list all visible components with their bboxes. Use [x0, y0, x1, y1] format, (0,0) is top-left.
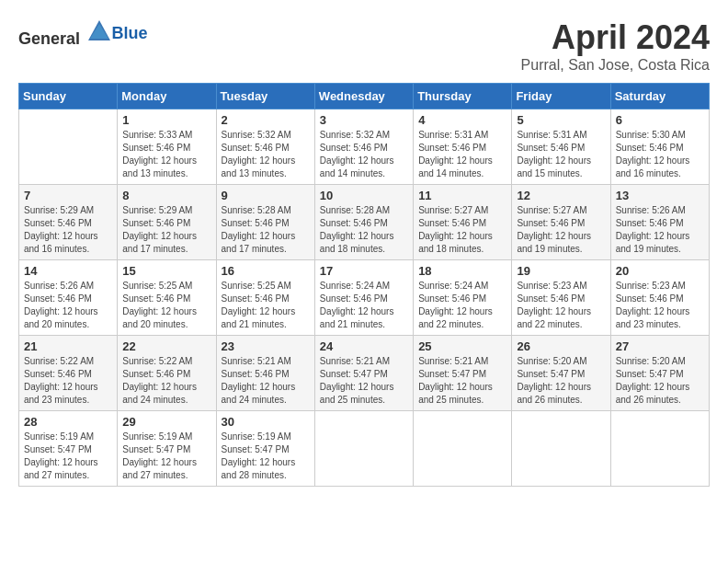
- calendar-cell: 13 Sunrise: 5:26 AMSunset: 5:46 PMDaylig…: [610, 185, 709, 260]
- day-info: Sunrise: 5:21 AMSunset: 5:47 PMDaylight:…: [418, 356, 493, 405]
- calendar-cell: 22 Sunrise: 5:22 AMSunset: 5:46 PMDaylig…: [118, 336, 216, 411]
- day-info: Sunrise: 5:21 AMSunset: 5:47 PMDaylight:…: [320, 356, 394, 405]
- calendar-cell: 2 Sunrise: 5:32 AMSunset: 5:46 PMDayligh…: [216, 109, 314, 185]
- calendar-cell: 26 Sunrise: 5:20 AMSunset: 5:47 PMDaylig…: [512, 336, 610, 411]
- day-info: Sunrise: 5:32 AMSunset: 5:46 PMDaylight:…: [222, 130, 296, 178]
- day-number: 3: [320, 113, 408, 127]
- day-number: 5: [517, 113, 605, 127]
- day-info: Sunrise: 5:28 AMSunset: 5:46 PMDaylight:…: [320, 205, 394, 254]
- calendar-cell: 11 Sunrise: 5:27 AMSunset: 5:46 PMDaylig…: [414, 185, 512, 260]
- calendar-cell: 1 Sunrise: 5:33 AMSunset: 5:46 PMDayligh…: [118, 109, 216, 185]
- day-number: 25: [418, 339, 506, 353]
- col-header-thursday: Thursday: [414, 84, 512, 109]
- day-info: Sunrise: 5:27 AMSunset: 5:46 PMDaylight:…: [418, 205, 493, 254]
- calendar-cell: [610, 411, 709, 487]
- calendar-cell: 20 Sunrise: 5:23 AMSunset: 5:46 PMDaylig…: [610, 260, 709, 336]
- logo-text: General: [18, 18, 112, 49]
- day-info: Sunrise: 5:29 AMSunset: 5:46 PMDaylight:…: [24, 205, 98, 254]
- calendar-cell: 23 Sunrise: 5:21 AMSunset: 5:46 PMDaylig…: [216, 336, 314, 411]
- day-info: Sunrise: 5:32 AMSunset: 5:46 PMDaylight:…: [320, 130, 394, 178]
- day-number: 7: [24, 189, 112, 202]
- calendar-cell: 6 Sunrise: 5:30 AMSunset: 5:46 PMDayligh…: [610, 109, 709, 185]
- day-number: 10: [320, 189, 408, 202]
- calendar-cell: 19 Sunrise: 5:23 AMSunset: 5:46 PMDaylig…: [512, 260, 610, 336]
- col-header-wednesday: Wednesday: [314, 84, 413, 109]
- day-info: Sunrise: 5:19 AMSunset: 5:47 PMDaylight:…: [122, 431, 197, 480]
- calendar-cell: 27 Sunrise: 5:20 AMSunset: 5:47 PMDaylig…: [610, 336, 709, 411]
- day-number: 16: [222, 264, 310, 278]
- calendar-cell: 29 Sunrise: 5:19 AMSunset: 5:47 PMDaylig…: [118, 411, 216, 487]
- logo: General Blue: [18, 18, 148, 49]
- calendar-cell: 7 Sunrise: 5:29 AMSunset: 5:46 PMDayligh…: [19, 185, 118, 260]
- day-number: 24: [320, 339, 408, 353]
- header: General Blue April 2024 Purral, San Jose…: [18, 18, 710, 74]
- day-number: 18: [418, 264, 506, 278]
- day-info: Sunrise: 5:21 AMSunset: 5:46 PMDaylight:…: [222, 356, 296, 405]
- day-info: Sunrise: 5:29 AMSunset: 5:46 PMDaylight:…: [122, 205, 197, 254]
- svg-marker-1: [90, 24, 108, 39]
- day-number: 6: [616, 113, 704, 127]
- calendar-cell: 18 Sunrise: 5:24 AMSunset: 5:46 PMDaylig…: [414, 260, 512, 336]
- calendar-cell: 8 Sunrise: 5:29 AMSunset: 5:46 PMDayligh…: [118, 185, 216, 260]
- calendar-cell: [414, 411, 512, 487]
- day-number: 11: [418, 189, 506, 202]
- col-header-saturday: Saturday: [610, 84, 709, 109]
- calendar-table: SundayMondayTuesdayWednesdayThursdayFrid…: [18, 83, 710, 487]
- day-info: Sunrise: 5:22 AMSunset: 5:46 PMDaylight:…: [24, 356, 98, 405]
- col-header-friday: Friday: [512, 84, 610, 109]
- logo-general: General: [18, 29, 80, 48]
- day-number: 30: [222, 415, 310, 429]
- logo-icon: [86, 18, 112, 44]
- day-info: Sunrise: 5:25 AMSunset: 5:46 PMDaylight:…: [122, 281, 197, 329]
- month-title: April 2024: [521, 18, 710, 57]
- day-info: Sunrise: 5:31 AMSunset: 5:46 PMDaylight:…: [418, 130, 493, 178]
- day-info: Sunrise: 5:26 AMSunset: 5:46 PMDaylight:…: [24, 281, 98, 329]
- day-number: 19: [517, 264, 605, 278]
- calendar-cell: 4 Sunrise: 5:31 AMSunset: 5:46 PMDayligh…: [414, 109, 512, 185]
- calendar-cell: 21 Sunrise: 5:22 AMSunset: 5:46 PMDaylig…: [19, 336, 118, 411]
- day-info: Sunrise: 5:20 AMSunset: 5:47 PMDaylight:…: [616, 356, 690, 405]
- col-header-monday: Monday: [118, 84, 216, 109]
- calendar-cell: 16 Sunrise: 5:25 AMSunset: 5:46 PMDaylig…: [216, 260, 314, 336]
- day-number: 22: [122, 339, 210, 353]
- day-info: Sunrise: 5:31 AMSunset: 5:46 PMDaylight:…: [517, 130, 591, 178]
- day-info: Sunrise: 5:22 AMSunset: 5:46 PMDaylight:…: [122, 356, 197, 405]
- day-number: 1: [122, 113, 210, 127]
- calendar-cell: 3 Sunrise: 5:32 AMSunset: 5:46 PMDayligh…: [314, 109, 413, 185]
- day-number: 20: [616, 264, 704, 278]
- day-number: 2: [222, 113, 310, 127]
- day-number: 21: [24, 339, 112, 353]
- day-info: Sunrise: 5:19 AMSunset: 5:47 PMDaylight:…: [222, 431, 296, 480]
- day-info: Sunrise: 5:27 AMSunset: 5:46 PMDaylight:…: [517, 205, 591, 254]
- day-info: Sunrise: 5:25 AMSunset: 5:46 PMDaylight:…: [222, 281, 296, 329]
- day-info: Sunrise: 5:33 AMSunset: 5:46 PMDaylight:…: [122, 130, 197, 178]
- day-info: Sunrise: 5:24 AMSunset: 5:46 PMDaylight:…: [418, 281, 493, 329]
- day-number: 9: [222, 189, 310, 202]
- day-number: 15: [122, 264, 210, 278]
- calendar-cell: [314, 411, 413, 487]
- calendar-cell: 9 Sunrise: 5:28 AMSunset: 5:46 PMDayligh…: [216, 185, 314, 260]
- day-info: Sunrise: 5:23 AMSunset: 5:46 PMDaylight:…: [616, 281, 690, 329]
- day-number: 8: [122, 189, 210, 202]
- day-number: 14: [24, 264, 112, 278]
- day-number: 28: [24, 415, 112, 429]
- calendar-cell: 14 Sunrise: 5:26 AMSunset: 5:46 PMDaylig…: [19, 260, 118, 336]
- calendar-cell: 24 Sunrise: 5:21 AMSunset: 5:47 PMDaylig…: [314, 336, 413, 411]
- col-header-tuesday: Tuesday: [216, 84, 314, 109]
- day-info: Sunrise: 5:19 AMSunset: 5:47 PMDaylight:…: [24, 431, 98, 480]
- day-number: 26: [517, 339, 605, 353]
- calendar-cell: 28 Sunrise: 5:19 AMSunset: 5:47 PMDaylig…: [19, 411, 118, 487]
- col-header-sunday: Sunday: [19, 84, 118, 109]
- calendar-cell: 25 Sunrise: 5:21 AMSunset: 5:47 PMDaylig…: [414, 336, 512, 411]
- calendar-cell: 12 Sunrise: 5:27 AMSunset: 5:46 PMDaylig…: [512, 185, 610, 260]
- day-number: 17: [320, 264, 408, 278]
- calendar-cell: 17 Sunrise: 5:24 AMSunset: 5:46 PMDaylig…: [314, 260, 413, 336]
- calendar-cell: [512, 411, 610, 487]
- day-number: 12: [517, 189, 605, 202]
- day-info: Sunrise: 5:20 AMSunset: 5:47 PMDaylight:…: [517, 356, 591, 405]
- calendar-cell: 15 Sunrise: 5:25 AMSunset: 5:46 PMDaylig…: [118, 260, 216, 336]
- day-number: 23: [222, 339, 310, 353]
- location: Purral, San Jose, Costa Rica: [521, 57, 710, 74]
- day-number: 27: [616, 339, 704, 353]
- day-number: 29: [122, 415, 210, 429]
